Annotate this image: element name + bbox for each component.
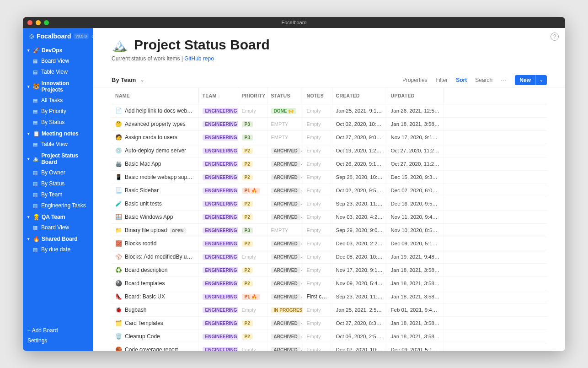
sidebar-group-header[interactable]: ▾🐯 Innovation Projects (23, 77, 93, 95)
cell-name[interactable]: ♻️Board description (112, 264, 198, 277)
cell-status[interactable]: ARCHIVED (267, 211, 303, 224)
cell-team[interactable]: ENGINEERING (198, 343, 238, 352)
cell-priority[interactable]: P2 (238, 317, 267, 330)
cell-created[interactable]: Nov 17, 2020, 9:17 AM (332, 264, 387, 277)
table-row[interactable]: 🎱Board templates ENGINEERING P2 ARCHIVED… (112, 277, 547, 290)
sort-button[interactable]: Sort (456, 77, 467, 83)
cell-team[interactable]: ENGINEERING (198, 104, 238, 118)
cell-notes[interactable]: Empty (303, 197, 332, 211)
sidebar-group-header[interactable]: ▾🔥 Shared Board (23, 233, 93, 244)
cell-notes[interactable]: Empty (303, 277, 332, 290)
cell-team[interactable]: ENGINEERING (198, 277, 238, 290)
view-switcher[interactable]: By Team ⌄ (112, 76, 144, 83)
cell-priority[interactable]: P1 🔥 (238, 184, 267, 197)
page-title[interactable]: Project Status Board (134, 37, 270, 53)
cell-status[interactable]: ARCHIVED (267, 317, 303, 330)
col-notes[interactable]: Notes (303, 87, 332, 104)
cell-name[interactable]: 📃Basic Sidebar (112, 184, 198, 197)
sidebar-item[interactable]: ▤By Priority (23, 106, 93, 117)
table-row[interactable]: 🪟Basic Windows App ENGINEERING P2 ARCHIV… (112, 211, 547, 224)
cell-priority[interactable]: Empty (238, 104, 267, 118)
cell-priority[interactable]: Empty (238, 303, 267, 317)
cell-notes[interactable]: Empty (303, 144, 332, 157)
table-row[interactable]: 📁Binary file uploadOPEN ENGINEERING P3 E… (112, 224, 547, 237)
cell-priority[interactable]: P2 (238, 211, 267, 224)
cell-name[interactable]: 📄Add help link to docs website (112, 104, 198, 118)
cell-priority[interactable]: P3 (238, 131, 267, 144)
cell-notes[interactable]: Empty (303, 317, 332, 330)
sidebar-group-header[interactable]: ▾👷 QA Team (23, 211, 93, 222)
cell-created[interactable]: Sep 29, 2020, 9:05 AM (332, 224, 387, 237)
cell-status[interactable]: ARCHIVED (267, 264, 303, 277)
cell-created[interactable]: Oct 02, 2020, 9:56 PM (332, 184, 387, 197)
cell-created[interactable]: Oct 02, 2020, 10:01 PM (332, 118, 387, 131)
cell-status[interactable]: ARCHIVED (267, 157, 303, 171)
cell-status[interactable]: ARCHIVED (267, 184, 303, 197)
cell-priority[interactable]: P1 🔥 (238, 290, 267, 303)
cell-priority[interactable]: P2 (238, 277, 267, 290)
cell-priority[interactable]: P2 (238, 264, 267, 277)
more-icon[interactable]: ··· (501, 77, 507, 83)
sidebar-item[interactable]: ▤By Team (23, 189, 93, 200)
cell-created[interactable]: Oct 26, 2020, 9:17 AM (332, 157, 387, 171)
cell-name[interactable]: 📱Basic mobile webapp support (112, 171, 198, 184)
cell-updated[interactable]: Nov 10, 2020, 8:58 AM (387, 224, 444, 237)
cell-notes[interactable]: Empty (303, 211, 332, 224)
cell-name[interactable]: 🐞Bugbash (112, 303, 198, 317)
cell-name[interactable]: 🗑️Cleanup Code (112, 330, 198, 343)
cell-updated[interactable]: Jan 18, 2021, 3:58 PM (387, 330, 444, 343)
cell-notes[interactable]: Empty (303, 104, 332, 118)
cell-team[interactable]: ENGINEERING (198, 157, 238, 171)
cell-status[interactable]: EMPTY (267, 118, 303, 131)
col-created[interactable]: Created (332, 87, 387, 104)
table-row[interactable]: 🗂️Card Templates ENGINEERING P2 ARCHIVED… (112, 317, 547, 330)
add-board-button[interactable]: + Add Board (27, 325, 89, 336)
cell-status[interactable]: ARCHIVED (267, 277, 303, 290)
cell-status[interactable]: EMPTY (267, 224, 303, 237)
cell-team[interactable]: ENGINEERING (198, 237, 238, 250)
table-row[interactable]: 🖨️Basic Mac App ENGINEERING P2 ARCHIVED … (112, 157, 547, 171)
sidebar-item[interactable]: ▦Board View (23, 222, 93, 233)
cell-notes[interactable]: Empty (303, 184, 332, 197)
cell-name[interactable]: 🧱Blocks rootId (112, 237, 198, 250)
sidebar-group-header[interactable]: ▾🚀 DevOps (23, 44, 93, 55)
sidebar-item[interactable]: ▤By Owner (23, 167, 93, 178)
cell-updated[interactable]: Dec 09, 2020, 5:13 PM (387, 343, 444, 352)
cell-notes[interactable]: Empty (303, 171, 332, 184)
cell-updated[interactable]: Feb 01, 2021, 9:48 AM (387, 303, 444, 317)
cell-name[interactable]: 💿Auto-deploy demo server (112, 144, 198, 157)
table-row[interactable]: 📃Basic Sidebar ENGINEERING P1 🔥 ARCHIVED… (112, 184, 547, 197)
table-row[interactable]: 🧑Assign cards to users ENGINEERING P3 EM… (112, 131, 547, 144)
table-row[interactable]: 🧱Blocks rootId ENGINEERING P2 ARCHIVED E… (112, 237, 547, 250)
cell-updated[interactable]: Oct 27, 2020, 11:20 AM (387, 157, 444, 171)
cell-updated[interactable]: Dec 09, 2020, 5:13 PM (387, 237, 444, 250)
cell-name[interactable]: 🧑Assign cards to users (112, 131, 198, 144)
cell-team[interactable]: ENGINEERING (198, 303, 238, 317)
cell-updated[interactable]: Jan 18, 2021, 3:58 PM (387, 277, 444, 290)
sidebar-item[interactable]: ▤Engineering Tasks (23, 200, 93, 211)
table-row[interactable]: ♻️Board description ENGINEERING P2 ARCHI… (112, 264, 547, 277)
sidebar-group-header[interactable]: ▾🏔️ Project Status Board (23, 150, 93, 167)
cell-team[interactable]: ENGINEERING (198, 184, 238, 197)
cell-team[interactable]: ENGINEERING (198, 118, 238, 131)
cell-created[interactable]: Dec 08, 2020, 10:22 AM (332, 250, 387, 264)
sidebar-item[interactable]: ▤Table View (23, 66, 93, 77)
cell-created[interactable]: Nov 09, 2020, 5:40 PM (332, 277, 387, 290)
help-icon[interactable]: ? (551, 32, 559, 41)
cell-priority[interactable]: P2 (238, 171, 267, 184)
cell-team[interactable]: ENGINEERING (198, 197, 238, 211)
cell-priority[interactable]: Empty (238, 343, 267, 352)
table-row[interactable]: 💿Auto-deploy demo server ENGINEERING P2 … (112, 144, 547, 157)
sidebar-item[interactable]: ▤All Tasks (23, 95, 93, 106)
cell-notes[interactable]: Empty (303, 303, 332, 317)
github-link[interactable]: GitHub repo (184, 55, 214, 62)
cell-name[interactable]: 🪟Basic Windows App (112, 211, 198, 224)
table-row[interactable]: 🤔Advanced property types ENGINEERING P3 … (112, 118, 547, 131)
cell-created[interactable]: Nov 03, 2020, 4:22 PM (332, 211, 387, 224)
cell-updated[interactable]: Dec 15, 2020, 9:39 AM (387, 171, 444, 184)
col-team[interactable]: Team (198, 87, 238, 104)
cell-team[interactable]: ENGINEERING (198, 131, 238, 144)
cell-team[interactable]: ENGINEERING (198, 330, 238, 343)
cell-updated[interactable]: Jan 18, 2021, 3:58 PM (387, 118, 444, 131)
cell-created[interactable]: Sep 28, 2020, 10:07 AM (332, 171, 387, 184)
